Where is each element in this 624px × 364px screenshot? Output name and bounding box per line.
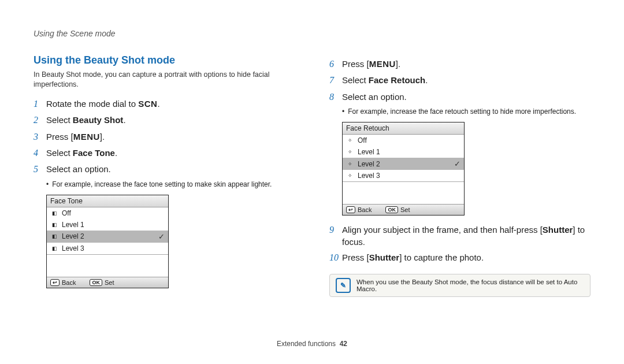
step-number: 3 [34,131,46,143]
menu-glyph: MENU [73,132,100,142]
menu-row-off[interactable]: ◧ Off [47,207,168,219]
face-retouch-menu: Face Retouch ✧ Off ✧ Level 1 ✧ Level 2 ✓… [342,122,465,216]
text: Rotate the mode dial to [46,99,138,109]
face-icon: ◧ [50,221,58,228]
note-text: When you use the Beauty Shot mode, the f… [356,278,584,292]
step-text: Select Face Tone. [46,147,295,159]
face-icon: ◧ [50,245,58,252]
column-left: Using the Beauty Shot mode In Beauty Sho… [34,54,295,297]
step-text: Press [MENU]. [342,58,590,70]
step-number: 10 [329,251,342,264]
step-number: 2 [34,114,46,127]
bold-text: Shutter [369,252,400,262]
menu-glyph: MENU [369,59,396,69]
check-icon: ✓ [454,159,460,168]
menu-title: Face Retouch [343,122,464,135]
set-button[interactable]: OKSet [385,206,410,213]
menu-label: Off [358,136,367,144]
step-text: Select Face Retouch. [342,74,590,86]
step-number: 4 [34,147,46,159]
step-text: Press [MENU]. [46,131,295,143]
step-number: 8 [329,91,342,103]
column-right: 6 Press [MENU]. 7 Select Face Retouch. 8… [329,54,590,297]
step-8-sub: • For example, increase the face retouch… [342,107,590,116]
menu-row-level2[interactable]: ✧ Level 2 ✓ [343,158,464,170]
text: Select [46,148,73,158]
menu-row-level1[interactable]: ◧ Level 1 [47,219,168,231]
menu-row-level3[interactable]: ◧ Level 3 [47,243,168,254]
step-3: 3 Press [MENU]. [34,131,295,143]
bullet-icon: • [46,180,49,189]
bold-text: Beauty Shot [73,115,124,125]
menu-label: Level 1 [62,221,84,229]
menu-row-level1[interactable]: ✧ Level 1 [343,146,464,158]
menu-blank [47,254,168,277]
text: . [115,148,117,158]
text: ]. [100,132,105,142]
menu-row-level2[interactable]: ◧ Level 2 ✓ [47,231,168,243]
scn-glyph: SCN [138,99,157,109]
menu-footer: ↩Back OKSet [47,277,168,288]
back-button[interactable]: ↩Back [346,206,372,213]
step-7: 7 Select Face Retouch. [329,74,590,87]
step-number: 6 [329,58,342,70]
menu-label: Level 3 [358,172,380,180]
back-button[interactable]: ↩Back [50,279,76,286]
text: Press [ [342,252,369,262]
content-columns: Using the Beauty Shot mode In Beauty Sho… [34,54,590,297]
menu-row-off[interactable]: ✧ Off [343,135,464,146]
menu-label: Level 2 [62,232,84,240]
step-number: 9 [329,224,342,236]
bold-text: Face Tone [73,148,115,158]
label: Set [105,279,114,286]
text: For example, increase the face retouch s… [348,107,576,116]
text: . [157,99,159,109]
menu-row-level3[interactable]: ✧ Level 3 [343,170,464,181]
menu-label: Level 1 [358,148,380,156]
set-button[interactable]: OKSet [90,279,114,286]
back-icon: ↩ [50,279,60,286]
face-icon: ◧ [50,210,58,217]
text: Select [46,115,73,125]
menu-label: Off [62,209,71,217]
bold-text: Shutter [543,225,573,235]
retouch-icon: ✧ [346,137,354,144]
bullet-icon: • [342,107,344,116]
ok-icon: OK [90,279,102,286]
step-9: 9 Align your subject in the frame, and t… [329,224,590,248]
breadcrumb: Using the Scene mode [34,29,590,38]
step-2: 2 Select Beauty Shot. [34,114,295,127]
text: Press [ [342,59,369,69]
step-text: Select an option. [46,163,295,175]
menu-label: Level 3 [62,244,84,252]
label: Set [400,206,410,213]
check-icon: ✓ [158,232,165,241]
step-5: 5 Select an option. [34,163,295,176]
step-number: 5 [34,163,46,176]
page-footer: Extended functions 42 [0,340,624,348]
step-text: Select an option. [342,91,590,103]
text: ] to capture the photo. [399,252,484,262]
step-8: 8 Select an option. [329,91,590,103]
retouch-icon: ✧ [346,161,354,168]
text: For example, increase the face tone sett… [52,180,272,189]
page-number: 42 [340,340,347,348]
step-number: 7 [329,74,342,87]
step-6: 6 Press [MENU]. [329,58,590,70]
step-10: 10 Press [Shutter] to capture the photo. [329,251,590,264]
face-icon: ◧ [50,233,58,240]
step-text: Align your subject in the frame, and the… [342,224,590,248]
text: Press [ [46,132,73,142]
face-tone-menu: Face Tone ◧ Off ◧ Level 1 ◧ Level 2 ✓ ◧ … [46,195,169,288]
bold-text: Face Retouch [369,75,425,85]
step-text: Select Beauty Shot. [46,114,295,126]
manual-page: Using the Scene mode Using the Beauty Sh… [0,0,624,364]
step-text: Rotate the mode dial to SCN. [46,98,295,110]
section-intro: In Beauty Shot mode, you can capture a p… [34,70,295,90]
retouch-icon: ✧ [346,172,354,179]
section-title: Using the Beauty Shot mode [34,54,295,66]
text: ]. [396,59,400,69]
note-icon: ✎ [336,278,351,293]
ok-icon: OK [385,206,398,213]
step-1: 1 Rotate the mode dial to SCN. [34,98,295,110]
